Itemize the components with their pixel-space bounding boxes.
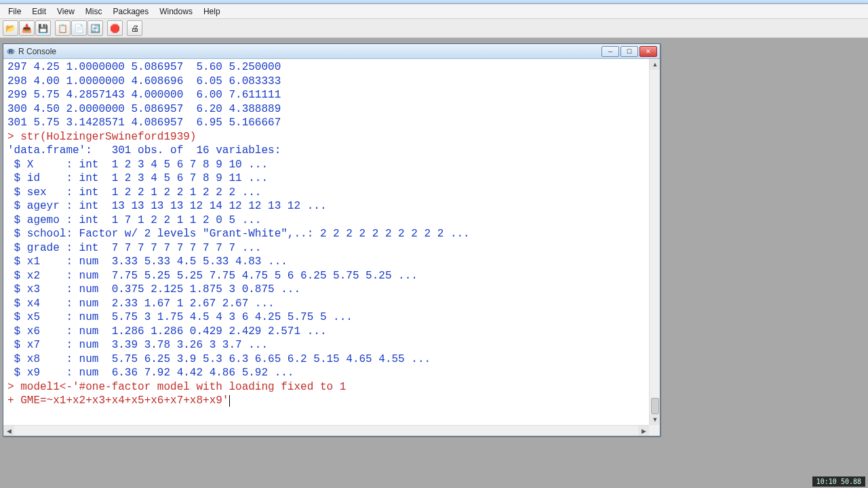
console-line: 301 5.75 3.1428571 4.086957 6.95 5.16666… — [7, 116, 645, 130]
scroll-up-icon[interactable]: ▲ — [650, 59, 660, 70]
console-line: 300 4.50 2.0000000 5.086957 6.20 4.38888… — [7, 102, 645, 117]
console-line: + GME=~x1+x2+x3+x4+x5+x6+x7+x8+x9' — [7, 394, 645, 408]
scroll-left-icon[interactable]: ◀ — [3, 426, 14, 436]
maximize-button[interactable]: ☐ — [620, 46, 638, 57]
menu-help[interactable]: Help — [198, 5, 226, 18]
console-line: $ x1 : num 3.33 5.33 4.5 5.33 4.83 ... — [7, 255, 645, 269]
scroll-thumb[interactable] — [651, 398, 659, 414]
stop-icon[interactable]: 🛑 — [107, 20, 123, 36]
copy-icon[interactable]: 📋 — [55, 20, 71, 36]
scroll-corner — [649, 425, 660, 436]
scroll-right-icon[interactable]: ▶ — [638, 426, 649, 436]
console-line: $ x2 : num 7.75 5.25 5.25 7.75 4.75 5 6 … — [7, 269, 645, 283]
r-console-window: R R Console ─ ☐ ✕ 297 4.25 1.0000000 5.0… — [3, 43, 660, 436]
console-line: $ x7 : num 3.39 3.78 3.26 3 3.7 ... — [7, 338, 645, 352]
scroll-down-icon[interactable]: ▼ — [650, 414, 660, 425]
r-logo-icon: R — [6, 47, 16, 56]
menu-file[interactable]: File — [3, 5, 26, 18]
console-line: $ X : int 1 2 3 4 5 6 7 8 9 10 ... — [7, 158, 645, 172]
paste-icon[interactable]: 📄 — [71, 20, 87, 36]
console-line: 299 5.75 4.2857143 4.000000 6.00 7.61111… — [7, 88, 645, 102]
horizontal-scrollbar[interactable]: ◀ ▶ — [3, 425, 649, 436]
menu-windows[interactable]: Windows — [154, 5, 198, 18]
console-line: 'data.frame': 301 obs. of 16 variables: — [7, 144, 645, 158]
console-line: $ grade : int 7 7 7 7 7 7 7 7 7 7 ... — [7, 241, 645, 256]
open-script-icon[interactable]: 📂 — [3, 20, 18, 36]
close-button[interactable]: ✕ — [639, 46, 657, 57]
console-line: $ x3 : num 0.375 2.125 1.875 3 0.875 ... — [7, 283, 645, 297]
svg-text:R: R — [9, 48, 14, 55]
menu-packages[interactable]: Packages — [108, 5, 155, 18]
console-line: $ agemo : int 1 7 1 2 2 1 1 2 0 5 ... — [7, 214, 645, 228]
print-icon[interactable]: 🖨 — [127, 20, 142, 36]
toolbar: 📂📥💾📋📄🔄🛑🖨 — [0, 19, 868, 38]
minimize-button[interactable]: ─ — [601, 46, 619, 57]
console-line: $ x4 : num 2.33 1.67 1 2.67 2.67 ... — [7, 297, 645, 311]
menu-view[interactable]: View — [52, 5, 80, 18]
console-line: $ x9 : num 6.36 7.92 4.42 4.86 5.92 ... — [7, 366, 645, 380]
console-line: $ x8 : num 5.75 6.25 3.9 5.3 6.3 6.65 6.… — [7, 352, 645, 367]
console-line: 298 4.00 1.0000000 4.608696 6.05 6.08333… — [7, 75, 645, 89]
save-workspace-icon[interactable]: 💾 — [35, 20, 51, 36]
console-line: 297 4.25 1.0000000 5.086957 5.60 5.25000… — [7, 60, 645, 75]
load-workspace-icon[interactable]: 📥 — [19, 20, 35, 36]
console-line: $ x6 : num 1.286 1.286 0.429 2.429 2.571… — [7, 325, 645, 339]
console-line: $ ageyr : int 13 13 13 13 12 14 12 12 13… — [7, 199, 645, 214]
vertical-scrollbar[interactable]: ▲ ▼ — [649, 59, 660, 425]
menu-edit[interactable]: Edit — [26, 5, 52, 18]
console-line: $ x5 : num 5.75 3 1.75 4.5 4 3 6 4.25 5.… — [7, 310, 645, 325]
r-console-titlebar[interactable]: R R Console ─ ☐ ✕ — [3, 44, 660, 59]
refresh-icon[interactable]: 🔄 — [87, 20, 103, 36]
console-line: > str(HolzingerSwineford1939) — [7, 130, 645, 144]
mdi-workspace: R R Console ─ ☐ ✕ 297 4.25 1.0000000 5.0… — [0, 38, 868, 488]
r-console-title: R Console — [18, 47, 601, 56]
console-line: $ school: Factor w/ 2 levels "Grant-Whit… — [7, 227, 645, 241]
menu-misc[interactable]: Misc — [80, 5, 108, 18]
console-line: $ id : int 1 2 3 4 5 6 7 8 9 11 ... — [7, 171, 645, 186]
clock-overlay: 10:10 50.88 — [812, 476, 865, 487]
menu-bar: File Edit View Misc Packages Windows Hel… — [0, 4, 868, 19]
r-console-output[interactable]: 297 4.25 1.0000000 5.086957 5.60 5.25000… — [3, 59, 649, 425]
text-cursor — [229, 395, 230, 407]
console-line: $ sex : int 1 2 2 1 2 2 1 2 2 2 ... — [7, 186, 645, 200]
console-line: > model1<-'#one-factor model with loadin… — [7, 380, 645, 394]
